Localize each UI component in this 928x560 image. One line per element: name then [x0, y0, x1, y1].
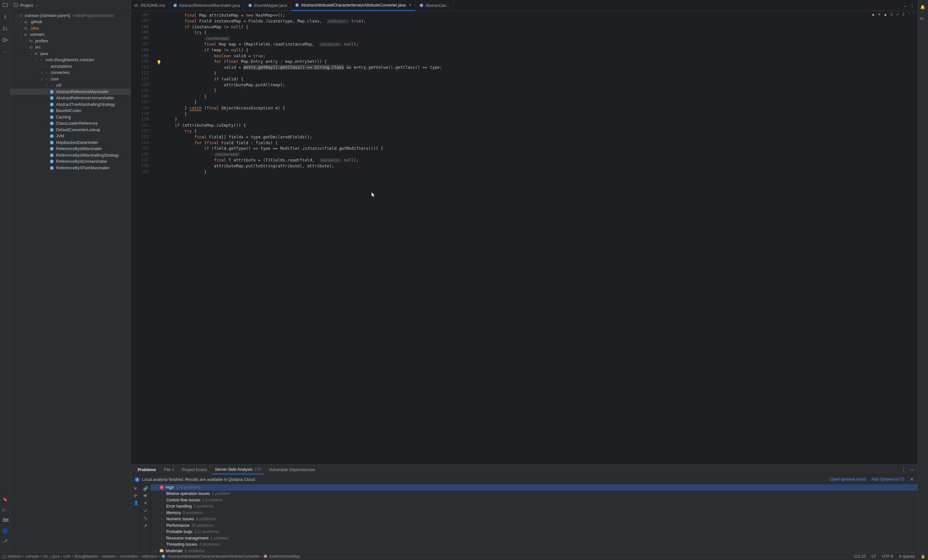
ai-icon[interactable]: m — [920, 16, 926, 22]
breadcrumb-item[interactable]: ▢ xstream — [3, 554, 21, 559]
tree-item-abstractreferencemarshaller[interactable]: AbstractReferenceMarshaller — [11, 88, 131, 95]
inspection-summary[interactable]: ▲4 ▲2 ✓2 ˄ ˅ — [871, 12, 915, 17]
indent-setting[interactable]: 4 spaces — [899, 554, 915, 559]
person-icon[interactable]: 👤 — [134, 501, 138, 505]
caret-position[interactable]: 111:33 — [854, 554, 866, 559]
code-line[interactable]: final Map map = (Map)Fields.read(instanc… — [152, 41, 917, 47]
tree-item-profiles[interactable]: ›🗀profiles — [11, 38, 131, 44]
more-icon[interactable]: ⋮ — [902, 467, 906, 472]
project-tool-icon[interactable] — [2, 2, 8, 8]
code-line[interactable]: final Map attributeMap = new HashMap<>()… — [152, 12, 917, 18]
code-line[interactable]: /unchecked/ — [152, 35, 917, 41]
code-line[interactable]: } — [152, 117, 917, 122]
minimize-icon[interactable]: — — [910, 467, 915, 472]
tree-item-java[interactable]: ⌄🗀java — [11, 50, 131, 57]
expand-icon[interactable]: ⤢ — [144, 508, 147, 513]
problem-group[interactable]: ›Bitwise operation issues 1 problem — [151, 491, 917, 497]
editor-tab[interactable]: CAbstractReferenceMarshaller.java — [169, 0, 244, 11]
code-line[interactable]: if (map != null) { — [152, 47, 917, 53]
commit-tool-icon[interactable] — [2, 14, 8, 20]
problems-tab[interactable]: Problems — [134, 466, 159, 474]
structure-tool-icon[interactable] — [2, 37, 8, 43]
git-icon[interactable]: ⎇ — [3, 539, 8, 544]
problem-group[interactable]: ›Memory 5 problems — [151, 510, 917, 516]
tree-item-util[interactable]: ›▫util — [11, 82, 131, 89]
intention-bulb-icon[interactable]: 💡 — [156, 60, 162, 65]
problem-group[interactable]: ›Error handling 5 problems — [151, 503, 917, 510]
breadcrumb-item[interactable]: src — [43, 554, 48, 559]
more-icon[interactable]: ⋮ — [910, 3, 914, 8]
tree-item-classloaderreference[interactable]: ClassLoaderReference — [11, 120, 131, 127]
code-editor[interactable]: ▲4 ▲2 ✓2 ˄ ˅ 💡 1021031041051061071081091… — [131, 11, 917, 464]
code-line[interactable]: if (valid) { — [152, 76, 917, 82]
problem-group[interactable]: ›Resource management 1 problem — [151, 535, 917, 542]
group-icon[interactable]: ⌗ — [144, 501, 147, 506]
chevron-down-icon[interactable]: ˅ — [913, 12, 915, 17]
tree-item-referencebyidmarshaller[interactable]: ReferenceByIdMarshaller — [11, 146, 131, 152]
code-line[interactable]: /unchecked/ — [152, 151, 917, 157]
problems-tab[interactable]: Vulnerable Dependencies — [266, 466, 319, 474]
editor-tab[interactable]: CAbstractJsc... — [415, 0, 454, 11]
problems-tab[interactable]: Project Errors — [179, 466, 210, 474]
code-line[interactable]: for (final Field field : fields) { — [152, 140, 917, 146]
close-icon[interactable]: ✕ — [910, 477, 914, 482]
editor-tab[interactable]: M↓README.md — [131, 0, 169, 11]
code-line[interactable]: } — [152, 111, 917, 117]
code-line[interactable]: } — [152, 88, 917, 93]
open-qodana-link[interactable]: Open qodana.cloud — [830, 477, 866, 482]
code-line[interactable]: } — [152, 93, 917, 99]
breadcrumb-item[interactable]: CAbstractAttributedCharacterIteratorAttr… — [162, 554, 260, 559]
breadcrumb-item[interactable]: mbuildAttributeMap — [264, 554, 300, 559]
tree-item-abstracttreemarshallingstrategy[interactable]: AbstractTreeMarshallingStrategy — [11, 101, 131, 108]
readonly-icon[interactable]: 🔒 — [920, 554, 925, 559]
tree-item-base64codec[interactable]: Base64Codec — [11, 108, 131, 114]
code-line[interactable]: final Field[] fields = type.getDeclaredF… — [152, 134, 917, 140]
export-icon[interactable]: ↗ — [144, 523, 147, 528]
breadcrumb-item[interactable]: xstream — [25, 554, 40, 559]
tree-item-abstractreferenceunmarshaller[interactable]: AbstractReferenceUnmarshaller — [11, 95, 131, 102]
breadcrumb-item[interactable]: xstream — [102, 554, 116, 559]
tree-item-referencebyidunmarshaller[interactable]: ReferenceByIdUnmarshaller — [11, 158, 131, 165]
problem-group[interactable]: ⌄!Moderate 5 problems — [151, 548, 917, 552]
tree-item-annotations[interactable]: ›▫annotations — [11, 63, 131, 70]
breadcrumb-item[interactable]: java — [52, 554, 59, 559]
code-line[interactable]: } — [152, 99, 917, 105]
tree-item-core[interactable]: ⌄▫core — [11, 76, 131, 82]
code-line[interactable]: attributeMap.put(toString(attribute), at… — [152, 163, 917, 169]
code-line[interactable]: for (final Map.Entry entry : map.entrySe… — [152, 59, 917, 64]
terminal-icon[interactable]: ⌨ — [3, 518, 8, 523]
bookmarks-icon[interactable]: 🔖 — [3, 497, 8, 502]
editor-tab[interactable]: CAbstractAttributedCharacterIteratorAttr… — [291, 0, 416, 11]
link-icon[interactable]: 🔗 — [143, 486, 148, 491]
tree-item-jvm[interactable]: JVM — [11, 133, 131, 140]
breadcrumb-item[interactable]: reflection — [142, 554, 158, 559]
code-line[interactable]: } — [152, 169, 917, 175]
problem-group[interactable]: ›Numeric issues 6 problems — [151, 516, 917, 523]
tree-item-com-thoughtworks-xstream[interactable]: ⌄▫com.thoughtworks.xstream — [11, 57, 131, 64]
pull-requests-icon[interactable] — [2, 25, 8, 31]
eye-icon[interactable]: 👁 — [143, 494, 148, 498]
tree-item-src[interactable]: ⌄🗀src — [11, 44, 131, 51]
code-content[interactable]: final Map attributeMap = new HashMap<>()… — [152, 11, 917, 464]
editor-tab[interactable]: CEnumMapper.java — [244, 0, 291, 11]
tree-item-xstream[interactable]: ⌄🗀xstream — [11, 32, 131, 38]
breadcrumb-item[interactable]: com — [63, 554, 71, 559]
add-qodana-ci-link[interactable]: Add Qodana to CI — [872, 477, 904, 482]
more-tool-icon[interactable]: ⋯ — [2, 49, 8, 55]
problem-group[interactable]: ⌄!High 174 problems — [151, 484, 917, 491]
code-line[interactable]: } — [152, 70, 917, 76]
tree-item-mapbackeddataholder[interactable]: MapBackedDataHolder — [11, 139, 131, 146]
collapse-icon[interactable]: ⤡ — [144, 516, 147, 520]
problem-group[interactable]: ›Threading issues 4 problems — [151, 542, 917, 548]
tree-item-converters[interactable]: ⌄▫converters — [11, 70, 131, 76]
problem-group[interactable]: ›Control flow issues 2 problems — [151, 497, 917, 503]
code-line[interactable]: final Field instanceMap = Fields.locate(… — [152, 18, 917, 24]
refresh-icon[interactable]: ⟳ — [134, 493, 138, 498]
tree-item--github[interactable]: ›🗀.github — [11, 19, 131, 25]
close-icon[interactable]: ✕ — [134, 486, 138, 491]
tree-root[interactable]: ⌄ ▢ xstream [xstream-parent] ~/IdeaProje… — [11, 12, 131, 19]
problems-tab[interactable]: Server-Side Analysis179 — [211, 465, 264, 474]
breadcrumb-item[interactable]: converters — [120, 554, 138, 559]
problems-icon[interactable]: ⚠ — [3, 528, 8, 533]
code-line[interactable]: try { — [152, 30, 917, 35]
